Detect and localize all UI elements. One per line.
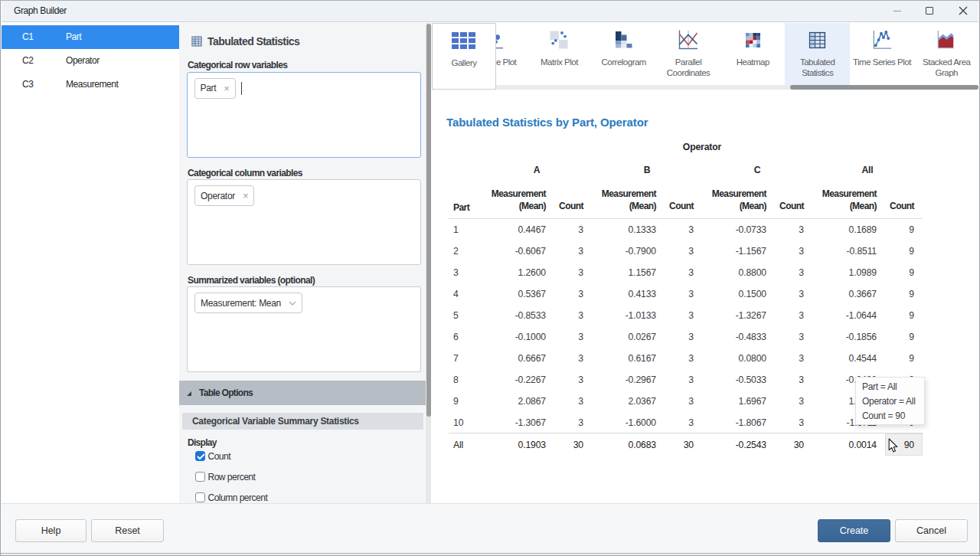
tooltip-line: Part = All bbox=[862, 380, 924, 394]
help-button[interactable]: Help bbox=[15, 519, 87, 542]
cell-tooltip: Part = AllOperator = AllCount = 90 bbox=[855, 377, 925, 425]
tooltip-line: Operator = All bbox=[862, 394, 924, 409]
table-row: 5-0.85333-1.01333-1.32673-1.06449 bbox=[449, 304, 923, 325]
tabulated-statistics-icon bbox=[191, 36, 202, 50]
column-name: Operator bbox=[66, 55, 100, 66]
column-row-measurement[interactable]: C3 Measurement bbox=[2, 73, 179, 96]
checkbox-label: Row percent bbox=[208, 472, 256, 482]
summary-statistics-subheader: Categorical Variable Summary Statistics bbox=[182, 413, 423, 430]
create-button[interactable]: Create bbox=[818, 519, 890, 542]
table-row: 40.536730.413330.150030.36679 bbox=[449, 283, 923, 304]
chevron-down-icon[interactable] bbox=[289, 301, 296, 306]
reset-button[interactable]: Reset bbox=[91, 519, 164, 542]
group-label-b: B bbox=[592, 157, 702, 183]
maximize-icon bbox=[926, 7, 933, 15]
group-label-c: C bbox=[702, 157, 812, 183]
chip-label: Part bbox=[201, 83, 217, 93]
panel-scrollbar-thumb[interactable] bbox=[426, 24, 431, 417]
gallery-item-heatmap[interactable]: Heatmap bbox=[720, 23, 785, 85]
operator-spanner-row: Operator bbox=[449, 137, 923, 157]
row-variables-label: Categorical row variables bbox=[188, 60, 287, 70]
maximize-button[interactable] bbox=[911, 1, 945, 21]
column-id: C1 bbox=[22, 31, 33, 42]
table-row: 10-1.30673-1.60003-1.80673-1.57119 bbox=[449, 411, 923, 433]
table-title: Tabulated Statistics by Part, Operator bbox=[446, 116, 648, 129]
measurement-mean-header: Measurement(Mean) bbox=[592, 183, 665, 218]
variable-chip-operator[interactable]: Operator × bbox=[194, 185, 254, 206]
tabulated-statistics-table: Operator ABCAll Part Measurement(Mean)Co… bbox=[449, 137, 923, 456]
measurement-mean-header: Measurement(Mean) bbox=[812, 183, 885, 218]
count-header: Count bbox=[885, 183, 923, 218]
count-header: Count bbox=[554, 183, 592, 218]
gallery-label: Gallery bbox=[433, 58, 495, 67]
column-id: C2 bbox=[22, 55, 33, 66]
table-row: 2-0.60673-0.79003-1.15673-0.85119 bbox=[449, 240, 923, 261]
gallery-item-time-series-plot[interactable]: Time Series Plot bbox=[850, 23, 914, 85]
table-row: 8-0.22673-0.29673-0.50333-0.34229 bbox=[449, 368, 923, 390]
parallel-coordinates-icon bbox=[677, 28, 700, 51]
mouse-cursor-icon bbox=[888, 438, 898, 453]
gallery-item-label: Heatmap bbox=[720, 57, 785, 68]
gallery-button[interactable]: Gallery bbox=[432, 23, 496, 90]
table-row: 6-0.100030.02673-0.48333-0.18569 bbox=[449, 325, 923, 347]
window-title: Graph Builder bbox=[14, 5, 67, 16]
cancel-button[interactable]: Cancel bbox=[895, 519, 968, 542]
remove-chip-icon[interactable]: × bbox=[224, 83, 229, 93]
column-name: Part bbox=[66, 31, 81, 42]
column-name: Measurement bbox=[66, 79, 118, 90]
minimize-icon bbox=[893, 11, 901, 11]
column-row-part[interactable]: C1 Part bbox=[2, 25, 179, 49]
variable-chip-part[interactable]: Part × bbox=[194, 78, 236, 99]
checkbox-checked[interactable] bbox=[195, 451, 205, 461]
column-variables-box[interactable]: Operator × bbox=[187, 179, 421, 265]
tabulated-statistics-icon bbox=[806, 28, 829, 51]
summary-statistics-label: Categorical Variable Summary Statistics bbox=[192, 416, 359, 427]
gallery-item-stacked-area-graph[interactable]: Stacked Area Graph bbox=[914, 23, 978, 85]
gallery-item-correlogram[interactable]: Correlogram bbox=[592, 23, 656, 85]
column-header-row: Part Measurement(Mean)CountMeasurement(M… bbox=[449, 183, 923, 218]
gallery-item-label: Time Series Plot bbox=[850, 57, 914, 68]
gallery-item-tabulated-statistics[interactable]: Tabulated Statistics bbox=[785, 23, 849, 85]
dialog-body: C1 PartC2 OperatorC3 Measurement Tabulat… bbox=[2, 23, 978, 504]
summarized-variables-label: Summarized variables (optional) bbox=[188, 275, 315, 286]
group-label-all: All bbox=[812, 157, 923, 183]
part-header: Part bbox=[449, 183, 482, 218]
stacked-area-graph-icon bbox=[935, 28, 958, 51]
table-row: 10.446730.13333-0.073330.16899 bbox=[449, 218, 923, 240]
builder-panel: Tabulated Statistics Categorical row var… bbox=[179, 23, 433, 504]
chip-label: Measurement: Mean bbox=[201, 298, 281, 309]
column-variables-label: Categorical column variables bbox=[188, 168, 302, 178]
gallery-item-parallel-coordinates[interactable]: Parallel Coordinates bbox=[656, 23, 720, 85]
table-options-label: Table Options bbox=[199, 388, 253, 398]
title-bar: Graph Builder bbox=[2, 1, 978, 22]
gallery-item-label: Matrix Plot bbox=[527, 57, 591, 68]
collapse-triangle-icon bbox=[187, 391, 191, 396]
gallery-scrollbar[interactable] bbox=[496, 85, 978, 90]
dialog-footer: Help Reset Create Cancel bbox=[2, 503, 978, 553]
gallery-item-label: Tabulated Statistics bbox=[785, 57, 849, 78]
gallery-item-label: Stacked Area Graph bbox=[914, 57, 978, 78]
checkbox-label: Column percent bbox=[208, 492, 268, 503]
close-button[interactable] bbox=[945, 1, 978, 21]
column-id: C3 bbox=[22, 79, 33, 90]
checkbox-unchecked[interactable] bbox=[195, 492, 205, 502]
close-icon bbox=[959, 6, 968, 15]
count-header: Count bbox=[665, 183, 702, 218]
gallery-scrollbar-thumb[interactable] bbox=[790, 85, 978, 90]
minimize-button[interactable] bbox=[877, 1, 911, 21]
gallery-item-matrix-plot[interactable]: Matrix Plot bbox=[527, 23, 591, 85]
checkbox-label: Count bbox=[208, 451, 231, 462]
chip-label: Operator bbox=[201, 191, 235, 201]
column-row-operator[interactable]: C2 Operator bbox=[2, 49, 179, 73]
checkbox-unchecked[interactable] bbox=[195, 472, 205, 482]
group-header-row: ABCAll bbox=[449, 157, 923, 183]
table-options-header[interactable]: Table Options bbox=[179, 381, 426, 405]
row-variables-box[interactable]: Part × bbox=[187, 72, 421, 158]
spanner-label: Operator bbox=[482, 137, 923, 157]
correlogram-icon bbox=[612, 28, 635, 51]
summarized-variables-box[interactable]: Measurement: Mean bbox=[187, 286, 421, 372]
variable-chip-measurement-mean[interactable]: Measurement: Mean bbox=[194, 293, 302, 313]
preview-area: e Plot Matrix Plot Correlogram Parallel … bbox=[431, 23, 978, 504]
remove-chip-icon[interactable]: × bbox=[243, 191, 248, 201]
measurement-mean-header: Measurement(Mean) bbox=[482, 183, 554, 218]
